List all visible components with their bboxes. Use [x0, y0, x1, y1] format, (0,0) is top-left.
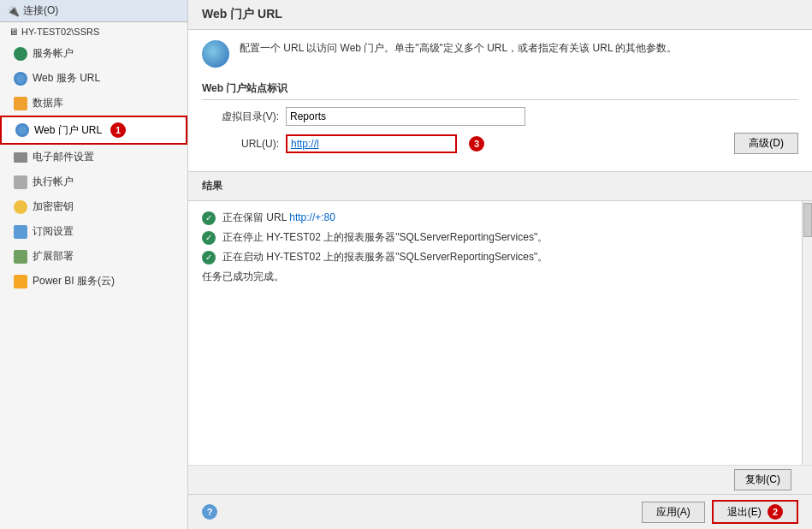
connect-icon: 🔌 [7, 5, 20, 17]
sidebar-item-scale-deploy[interactable]: 扩展部署 [0, 244, 187, 269]
result-text-0: 正在保留 URL http://+:80 [222, 211, 335, 225]
virtual-dir-row: 虚拟目录(V): [202, 107, 798, 126]
sidebar-item-power-bi[interactable]: Power BI 服务(云) [0, 269, 187, 294]
globe-icon-active [15, 123, 29, 137]
success-icon-2: ✓ [202, 251, 216, 264]
result-url-link[interactable]: http://+:80 [289, 211, 335, 223]
sidebar-item-web-service-url[interactable]: Web 服务 URL [0, 66, 187, 91]
sidebar-item-web-portal-url[interactable]: Web 门户 URL 1 [0, 116, 187, 145]
connect-menu[interactable]: 🔌 连接(O) [0, 0, 187, 22]
sidebar: 🔌 连接(O) 🖥 HY-TEST02\SSRS 服务帐户 Web 服务 URL… [0, 0, 188, 529]
help-icon[interactable]: ? [202, 504, 217, 520]
results-header: 结果 [188, 172, 812, 201]
virtual-dir-input[interactable] [286, 107, 525, 126]
sidebar-item-database[interactable]: 数据库 [0, 91, 187, 116]
sidebar-item-service-account[interactable]: 服务帐户 [0, 41, 187, 66]
page-title: Web 门户 URL [188, 0, 812, 30]
ext-icon [14, 250, 27, 264]
info-description: 配置一个 URL 以访问 Web 门户。单击"高级"定义多个 URL，或者指定有… [240, 40, 677, 56]
db-icon [14, 97, 27, 110]
scrollbar-thumb[interactable] [803, 203, 812, 237]
bottom-bar: ? 应用(A) 退出(E) 2 [188, 494, 812, 529]
result-text-1: 正在停止 HY-TEST02 上的报表服务器"SQLServerReportin… [222, 230, 548, 245]
exit-button[interactable]: 退出(E) 2 [712, 500, 798, 524]
result-item-0: ✓ 正在保留 URL http://+:80 [202, 208, 786, 228]
sidebar-item-sub-settings[interactable]: 订阅设置 [0, 219, 187, 244]
globe-icon-large [202, 40, 229, 68]
scrollbar-track[interactable] [802, 201, 812, 465]
sidebar-item-encrypt-key[interactable]: 加密密钥 [0, 194, 187, 219]
task-complete: 任务已成功完成。 [202, 267, 786, 287]
results-list: ✓ 正在保留 URL http://+:80 ✓ 正在停止 HY-TEST02 … [202, 208, 798, 287]
result-item-2: ✓ 正在启动 HY-TEST02 上的报表服务器"SQLServerReport… [202, 247, 786, 267]
virtual-dir-label: 虚拟目录(V): [202, 110, 279, 124]
success-icon-1: ✓ [202, 231, 216, 245]
advanced-button[interactable]: 高级(D) [734, 133, 798, 154]
config-section: 配置一个 URL 以访问 Web 门户。单击"高级"定义多个 URL，或者指定有… [188, 30, 812, 172]
sidebar-item-exec-account[interactable]: 执行帐户 [0, 169, 187, 194]
success-icon-0: ✓ [202, 211, 216, 225]
content-body: 配置一个 URL 以访问 Web 门户。单击"高级"定义多个 URL，或者指定有… [188, 30, 812, 494]
server-name: 🖥 HY-TEST02\SSRS [0, 22, 187, 41]
sub-icon [14, 225, 27, 239]
email-icon [14, 152, 27, 163]
power-icon [14, 275, 27, 288]
info-row: 配置一个 URL 以访问 Web 门户。单击"高级"定义多个 URL，或者指定有… [202, 40, 798, 68]
bottom-right: 应用(A) 退出(E) 2 [642, 500, 798, 524]
results-body: ✓ 正在保留 URL http://+:80 ✓ 正在停止 HY-TEST02 … [188, 201, 812, 465]
badge-url: 3 [469, 136, 484, 152]
section-title: Web 门户站点标识 [202, 81, 798, 100]
exec-icon [14, 175, 27, 189]
connect-label: 连接(O) [23, 3, 58, 18]
badge-exit: 2 [768, 504, 783, 520]
url-label: URL(U): [202, 138, 279, 150]
globe-icon [14, 72, 27, 86]
url-row: URL(U): 3 高级(D) [202, 133, 798, 154]
server-icon: 🖥 [9, 27, 18, 37]
sidebar-item-email-settings[interactable]: 电子邮件设置 [0, 145, 187, 169]
service-icon [14, 47, 27, 61]
apply-button[interactable]: 应用(A) [642, 502, 705, 523]
bottom-left: ? [202, 504, 217, 520]
result-item-1: ✓ 正在停止 HY-TEST02 上的报表服务器"SQLServerReport… [202, 228, 786, 247]
results-section: 结果 ✓ 正在保留 URL http://+:80 ✓ 正在停止 HY- [188, 172, 812, 494]
main-content: Web 门户 URL 配置一个 URL 以访问 Web 门户。单击"高级"定义多… [188, 0, 812, 529]
copy-button[interactable]: 复制(C) [734, 469, 791, 490]
badge-sidebar: 1 [110, 122, 126, 138]
result-text-2: 正在启动 HY-TEST02 上的报表服务器"SQLServerReportin… [222, 250, 548, 264]
url-input[interactable] [286, 134, 457, 153]
key-icon [14, 200, 27, 214]
